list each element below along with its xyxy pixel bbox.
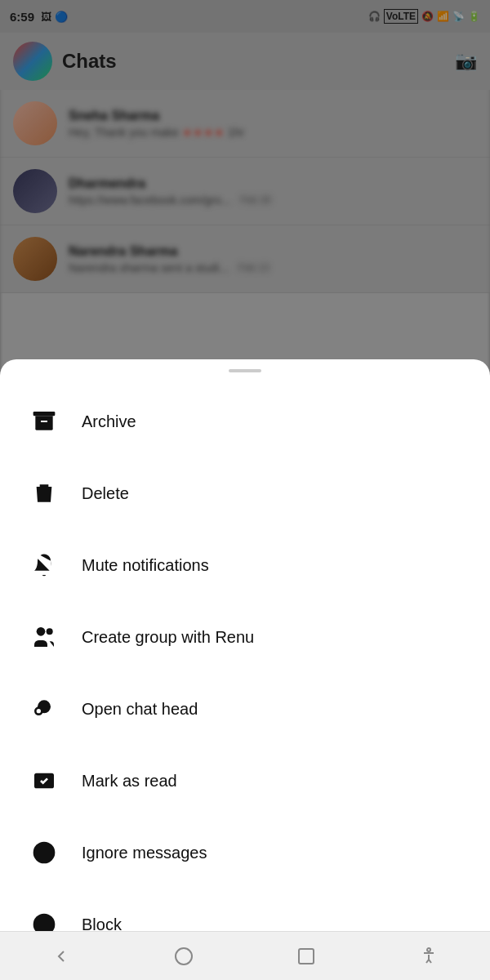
bottom-sheet: Archive Delete bbox=[0, 359, 490, 980]
accessibility-button[interactable] bbox=[408, 936, 449, 977]
svg-point-15 bbox=[176, 948, 192, 964]
chat-head-icon bbox=[26, 691, 62, 727]
ignore-label: Ignore messages bbox=[82, 844, 207, 862]
menu-item-mute[interactable]: Mute notifications bbox=[0, 529, 490, 601]
menu-item-delete[interactable]: Delete bbox=[0, 457, 490, 529]
back-button[interactable] bbox=[41, 936, 82, 977]
dark-overlay bbox=[0, 0, 490, 408]
svg-point-9 bbox=[37, 709, 41, 713]
svg-rect-16 bbox=[299, 949, 314, 964]
svg-rect-0 bbox=[33, 412, 56, 416]
group-icon bbox=[26, 619, 62, 655]
menu-item-archive[interactable]: Archive bbox=[0, 385, 490, 457]
sheet-handle bbox=[0, 359, 490, 379]
create-group-label: Create group with Renu bbox=[82, 628, 254, 647]
ignore-icon bbox=[26, 835, 62, 871]
handle-bar bbox=[229, 369, 261, 372]
archive-label: Archive bbox=[82, 412, 136, 431]
home-button[interactable] bbox=[163, 936, 204, 977]
mute-label: Mute notifications bbox=[82, 556, 209, 575]
mark-read-icon bbox=[26, 763, 62, 799]
menu-item-chat-head[interactable]: Open chat head bbox=[0, 673, 490, 745]
bell-off-icon bbox=[26, 547, 62, 583]
nav-bar bbox=[0, 931, 490, 980]
menu-item-create-group[interactable]: Create group with Renu bbox=[0, 601, 490, 673]
recents-button[interactable] bbox=[286, 936, 327, 977]
svg-point-6 bbox=[47, 628, 53, 635]
delete-label: Delete bbox=[82, 484, 129, 503]
trash-icon bbox=[26, 475, 62, 511]
menu-item-ignore[interactable]: Ignore messages bbox=[0, 817, 490, 889]
chat-head-label: Open chat head bbox=[82, 700, 198, 719]
menu-item-mark-read[interactable]: Mark as read bbox=[0, 745, 490, 817]
context-menu: Archive Delete bbox=[0, 379, 490, 980]
archive-icon bbox=[26, 403, 62, 439]
svg-point-5 bbox=[37, 627, 46, 636]
svg-point-10 bbox=[33, 842, 56, 864]
svg-point-17 bbox=[427, 948, 430, 951]
mark-read-label: Mark as read bbox=[82, 772, 177, 791]
